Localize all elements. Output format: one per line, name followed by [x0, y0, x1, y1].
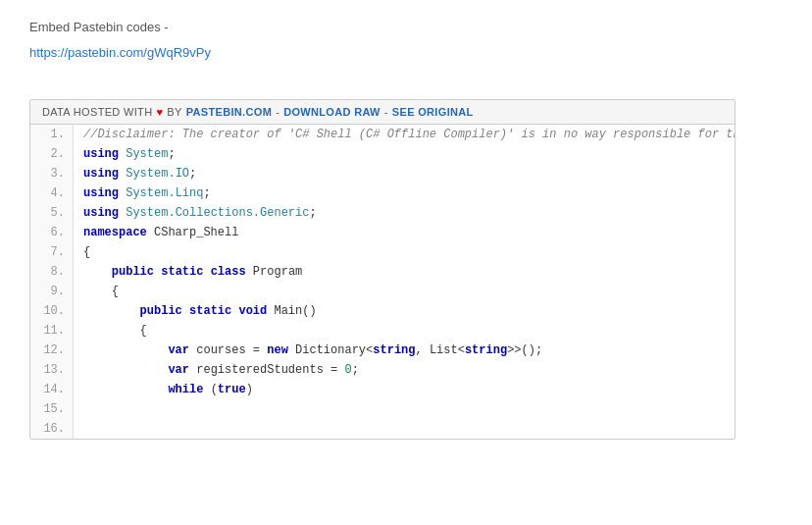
- code-line: public static void Main(): [83, 301, 735, 321]
- code-line: var registeredStudents = 0;: [83, 360, 735, 380]
- code-line: {: [83, 242, 735, 262]
- code-line: while (true): [83, 380, 735, 399]
- token-keyword: using: [83, 186, 119, 200]
- token-comment: //Disclaimer: The creator of 'C# Shell (…: [83, 128, 735, 141]
- token-plain: registeredStudents =: [189, 363, 344, 377]
- token-keyword: static: [189, 304, 231, 318]
- line-number: 7.: [30, 242, 73, 262]
- token-keyword: static: [161, 265, 203, 279]
- token-keyword: using: [83, 147, 119, 161]
- see-original-link[interactable]: SEE ORIGINAL: [392, 106, 474, 118]
- token-plain: ;: [189, 167, 196, 181]
- code-line: using System;: [83, 144, 735, 164]
- token-plain: [83, 304, 140, 318]
- token-type-name: System: [126, 147, 168, 161]
- token-plain: {: [83, 324, 147, 338]
- download-raw-link[interactable]: DOWNLOAD RAW: [283, 106, 381, 118]
- pastebin-link[interactable]: PASTEBIN.COM: [186, 106, 272, 118]
- line-number: 12.: [30, 341, 73, 360]
- token-keyword: while: [168, 383, 203, 396]
- token-plain: ;: [352, 363, 359, 377]
- line-number: 1.: [30, 125, 73, 144]
- code-line: using System.Linq;: [83, 184, 735, 203]
- code-line: using System.Collections.Generic;: [83, 203, 735, 223]
- token-keyword: string: [465, 343, 507, 357]
- token-type-name: System.IO: [126, 167, 189, 181]
- line-number: 11.: [30, 321, 73, 341]
- code-container: DATA HOSTED WITH ♥ BY PASTEBIN.COM - DOW…: [29, 99, 736, 440]
- token-plain: Dictionary<: [288, 343, 373, 357]
- token-plain: [83, 383, 168, 396]
- token-plain: >>();: [507, 343, 542, 357]
- sep1: -: [276, 106, 279, 118]
- token-keyword: public: [140, 304, 182, 318]
- code-line: //Disclaimer: The creator of 'C# Shell (…: [83, 125, 735, 144]
- line-number: 5.: [30, 203, 73, 223]
- token-keyword: var: [168, 363, 189, 377]
- token-plain: (: [203, 383, 217, 396]
- token-plain: [83, 343, 168, 357]
- token-keyword: class: [211, 265, 246, 279]
- token-type-name: System.Collections.Generic: [126, 206, 309, 220]
- line-numbers: 1.2.3.4.5.6.7.8.9.10.11.12.13.14.15.16.: [30, 125, 74, 439]
- token-plain: ;: [168, 147, 175, 161]
- line-number: 2.: [30, 144, 73, 164]
- token-plain: {: [83, 245, 90, 259]
- token-keyword: void: [238, 304, 267, 318]
- line-number: 16.: [30, 419, 73, 439]
- line-number: 4.: [30, 184, 73, 203]
- token-plain: ;: [203, 186, 210, 200]
- token-plain: Main(): [267, 304, 316, 318]
- token-plain: ): [246, 383, 253, 396]
- code-line: using System.IO;: [83, 164, 735, 184]
- code-line: public static class Program: [83, 262, 735, 282]
- token-plain: Program: [246, 265, 303, 279]
- sep2: -: [384, 106, 388, 118]
- code-line: {: [83, 321, 735, 341]
- code-line: namespace CSharp_Shell: [83, 223, 735, 242]
- token-plain: [203, 265, 210, 279]
- token-plain: , List<: [416, 343, 465, 357]
- code-body[interactable]: 1.2.3.4.5.6.7.8.9.10.11.12.13.14.15.16. …: [30, 125, 735, 439]
- token-plain: {: [83, 285, 119, 298]
- line-number: 9.: [30, 282, 73, 301]
- token-keyword: new: [267, 343, 288, 357]
- code-line: {: [83, 282, 735, 301]
- token-plain: [182, 304, 189, 318]
- embed-title: Embed Pastebin codes -: [29, 20, 783, 34]
- token-plain: [83, 363, 168, 377]
- token-keyword: using: [83, 167, 119, 181]
- line-number: 14.: [30, 380, 73, 399]
- line-number: 10.: [30, 301, 73, 321]
- token-plain: [83, 265, 112, 279]
- heart-icon: ♥: [156, 106, 163, 118]
- line-number: 15.: [30, 399, 73, 419]
- token-keyword: using: [83, 206, 119, 220]
- token-type-name: System.Linq: [126, 186, 203, 200]
- token-number: 0: [344, 363, 351, 377]
- code-line: var courses = new Dictionary<string, Lis…: [83, 341, 735, 360]
- token-keyword: string: [373, 343, 415, 357]
- line-number: 8.: [30, 262, 73, 282]
- line-number: 6.: [30, 223, 73, 242]
- token-keyword: namespace: [83, 226, 147, 239]
- header-prefix: DATA HOSTED WITH: [42, 106, 152, 118]
- embed-link[interactable]: https://pastebin.com/gWqR9vPy: [29, 45, 211, 60]
- token-plain: CSharp_Shell: [147, 226, 239, 239]
- code-header: DATA HOSTED WITH ♥ BY PASTEBIN.COM - DOW…: [30, 100, 735, 125]
- code-lines: //Disclaimer: The creator of 'C# Shell (…: [74, 125, 735, 439]
- line-number: 13.: [30, 360, 73, 380]
- token-plain: courses =: [189, 343, 267, 357]
- token-keyword: true: [218, 383, 246, 396]
- line-number: 3.: [30, 164, 73, 184]
- token-keyword: var: [168, 343, 189, 357]
- token-keyword: public: [112, 265, 154, 279]
- token-plain: ;: [309, 206, 316, 220]
- header-by: BY: [167, 106, 181, 118]
